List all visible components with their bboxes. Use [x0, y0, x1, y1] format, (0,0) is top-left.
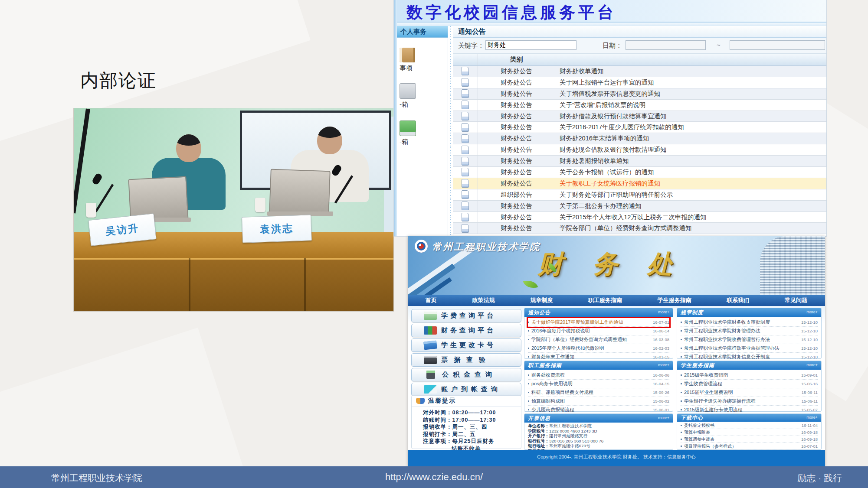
document-icon	[462, 168, 469, 176]
notice-item-highlighted[interactable]: 关于做好学院2017年度预算编制工作的通知16-07-01	[528, 318, 669, 327]
nav-policies[interactable]: 政策法规	[472, 296, 495, 304]
bullet-icon	[528, 348, 529, 349]
meeting-photo: 吴访升 袁洪志	[74, 108, 393, 311]
table-row[interactable]: 财务处公告关于2015年个人年收入12万以上税务二次申报的通知	[453, 212, 826, 223]
bullet-icon	[681, 322, 682, 323]
presentation-slide: 内部论证 吴访升 袁洪志 数字	[0, 0, 868, 488]
finance-query-button[interactable]: 财务查询平台	[411, 324, 521, 337]
table-row[interactable]: 财务处公告财务处借款及银行预付款结算事宜通知	[453, 111, 826, 122]
nav-contact[interactable]: 联系我们	[727, 296, 749, 304]
bullet-icon	[528, 356, 529, 358]
tips-icon	[416, 398, 425, 404]
list-item[interactable]: 常州工程职业技术学院行政事业票据管理办法15-12-10	[681, 344, 818, 353]
person-head	[176, 134, 201, 162]
keyword-input[interactable]	[485, 40, 576, 50]
more-link[interactable]: more+	[658, 363, 669, 367]
notice-item[interactable]: 财务处年末工作通知16-01-15	[528, 353, 669, 361]
list-item[interactable]: 预算调整申请表16-09-18	[681, 436, 818, 443]
panel-title: 职工服务指南	[528, 362, 562, 369]
table-row-highlighted[interactable]: 财务处公告关于教职工子女统筹医疗报销的通知	[453, 178, 826, 189]
list-item[interactable]: 常州工程职业技术学院财务收支审批制度15-12-10	[681, 318, 818, 327]
table-row[interactable]: 财务处公告关于2016-2017年度少儿医疗统筹扣款的通知	[453, 122, 826, 133]
more-link[interactable]: more+	[806, 415, 818, 420]
sidebar-item-label: -箱	[400, 101, 416, 109]
bullet-icon	[528, 383, 529, 384]
table-header: 类别	[453, 54, 826, 66]
tips-line: 对外时间：08:20——17:00	[423, 409, 521, 416]
housing-fund-button[interactable]: 公积金查询	[411, 368, 521, 381]
table-row[interactable]: 财务处公告关于第二批公务卡办理的通知	[453, 201, 826, 212]
more-link[interactable]: more+	[658, 416, 669, 420]
list-item[interactable]: 科研、课题项目经费支付规程15-09-26	[528, 388, 669, 397]
bullet-icon	[528, 400, 529, 402]
list-item[interactable]: 常州工程职业技术学院财务管理办法15-12-10	[681, 327, 818, 335]
list-item[interactable]: 常州工程职业技术学院财务信息公开制度15-12-10	[681, 353, 818, 361]
sidebar-item-outbox[interactable]: -箱	[400, 120, 416, 146]
table-row[interactable]: 财务处公告财务处现金借款及银行预付款清理通知	[453, 144, 826, 156]
table-row[interactable]: 财务处公告关于公务卡报销（试运行）的通知	[453, 167, 826, 178]
banner-title: 财 务 处	[538, 247, 684, 281]
document-icon	[462, 224, 469, 233]
sidebar-item-todo[interactable]: 事项	[400, 48, 415, 72]
table-row[interactable]: 财务处公告关于“营改增”后报销发票的说明	[453, 100, 826, 111]
slide-title: 内部论证	[80, 68, 157, 93]
document-icon	[462, 190, 469, 199]
list-item[interactable]: 学生收费管理流程15-06-16	[681, 380, 818, 388]
nav-faq[interactable]: 常见问题	[785, 296, 807, 304]
table-row[interactable]: 财务处公告关于增值税发票开票信息变更的通知	[453, 88, 826, 100]
list-item[interactable]: 常州工程职业技术学院收费管理暂行办法15-12-10	[681, 335, 818, 344]
title-column-header	[555, 54, 826, 65]
table-row[interactable]: 财务处公告学院各部门（单位）经费财务查询方式调整通知	[453, 223, 826, 234]
date-to-input[interactable]	[730, 40, 825, 50]
list-item[interactable]: 2015级新生建行卡使用流程15-05-07	[681, 406, 818, 414]
school-logo-icon	[415, 240, 428, 253]
wallet-pencil-icon	[424, 385, 437, 394]
tuition-query-button[interactable]: 学费查询平台	[411, 309, 521, 322]
date-from-input[interactable]	[626, 40, 706, 50]
sidebar-item-inbox[interactable]: -箱	[400, 83, 416, 109]
campus-portal-screenshot: 数字化校园信息服务平台 个人事务 事项 -箱 -箱 通知公告 关键字：	[394, 0, 826, 236]
list-item[interactable]: 项目评审报告（参考样式）16-07-01	[681, 443, 818, 450]
laptop-right	[269, 169, 331, 216]
portal-main: 通知公告 关键字： 日期： ~ 类别 财务处公告财务处收单通知 财务处公告关于网…	[453, 26, 826, 236]
list-item[interactable]: 2015级学生收费指南15-09-01	[681, 371, 818, 380]
list-item[interactable]: 学生银行卡遗失补办绑定操作流程15-06-11	[681, 397, 818, 406]
nav-rules[interactable]: 规章制度	[530, 296, 553, 304]
document-icon	[462, 123, 469, 132]
table-row[interactable]: 财务处公告财务处收单通知	[453, 66, 826, 77]
table-row[interactable]: 财务处公告财务处2016年末结算事项的通知	[453, 133, 826, 144]
change-card-button[interactable]: 学生更改卡号	[411, 338, 521, 352]
account-arrival-button[interactable]: 账户到帐查询	[411, 383, 521, 396]
notice-item[interactable]: 2015年度个人所得税代扣代缴说明16-02-03	[528, 344, 669, 353]
document-icon	[462, 89, 469, 98]
more-link[interactable]: more+	[806, 363, 818, 367]
list-item[interactable]: 少儿医药费报销流程15-06-01	[528, 406, 669, 414]
notice-item[interactable]: 学院部门（单位）经费财务查询方式调整通知16-03-08	[528, 335, 669, 344]
list-item[interactable]: 预算编制构成图15-06-02	[528, 397, 669, 406]
sidebar-item-label: 事项	[400, 64, 415, 72]
more-link[interactable]: more+	[658, 310, 669, 314]
photo-desk-front	[74, 258, 393, 311]
list-item[interactable]: 2015届毕业生退费说明15-06-11	[681, 388, 818, 397]
list-item[interactable]: pos商务卡使用说明16-04-15	[528, 380, 669, 388]
tips-line: 注意事项：每月25日后财务	[423, 438, 521, 445]
name-card-right: 袁洪志	[242, 215, 312, 243]
table-row[interactable]: 组织部公告关于财务处等部门正职助理的聘任前公示	[453, 189, 826, 201]
nav-student-guide[interactable]: 学生服务指南	[658, 296, 691, 304]
invoice-check-button[interactable]: 票据查验	[411, 353, 521, 367]
notice-item[interactable]: 2016年度每月个税扣税说明16-06-14	[528, 327, 669, 335]
footer-url: http://www.czie.edu.cn/	[0, 472, 868, 483]
school-name: 常州工程职业技术学院	[432, 241, 540, 254]
table-row[interactable]: 财务处公告关于网上报销平台运行事宜的通知	[453, 77, 826, 88]
list-item[interactable]: 财务处收费流程16-06-06	[528, 371, 669, 380]
sidebar-tab-personal-affairs[interactable]: 个人事务	[397, 26, 448, 38]
nav-home[interactable]: 首页	[426, 296, 437, 304]
nav-staff-guide[interactable]: 职工服务指南	[588, 296, 622, 304]
document-icon	[462, 179, 469, 188]
bullet-icon	[681, 339, 682, 340]
table-row[interactable]: 财务处公告财务处暑期报销收单通知	[453, 156, 826, 167]
tips-panel: 温馨提示 对外时间：08:20——17:00 结账时间：17:00——17:30…	[411, 395, 521, 449]
list-item[interactable]: 预算申报附表16-09-18	[681, 429, 818, 436]
list-item[interactable]: 委托鉴定授权书16-11-04	[681, 422, 818, 429]
more-link[interactable]: more+	[806, 310, 818, 314]
